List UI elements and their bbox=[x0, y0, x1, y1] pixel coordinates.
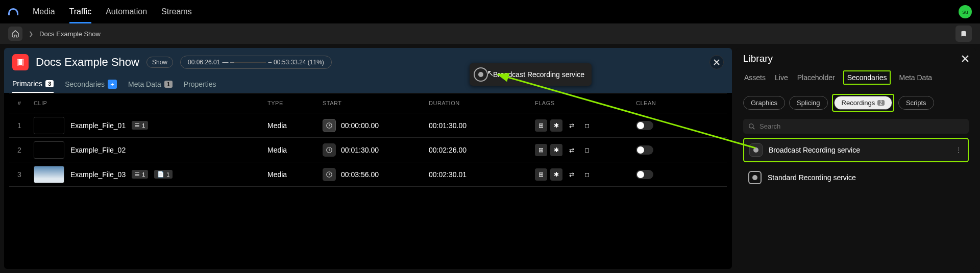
repeat-icon[interactable]: ⇄ bbox=[566, 168, 578, 181]
clip-badge[interactable]: ☰1 bbox=[132, 170, 148, 179]
lib-tab-secondaries[interactable]: Secondaries bbox=[843, 70, 891, 85]
clip-cell: Example_File_03☰1📄1 bbox=[34, 166, 263, 183]
nav-automation[interactable]: Automation bbox=[106, 1, 147, 22]
clock-icon bbox=[326, 146, 333, 154]
duration-cell: 00:02:30.01 bbox=[429, 170, 531, 179]
repeat-icon[interactable]: ⇄ bbox=[566, 119, 578, 132]
close-icon bbox=[714, 59, 720, 65]
lib-item-broadcast-recording[interactable]: Broadcast Recording service ⋮ bbox=[743, 138, 969, 162]
snowflake-icon[interactable]: ✱ bbox=[550, 144, 562, 156]
lib-tab-metadata[interactable]: Meta Data bbox=[898, 71, 933, 84]
search-input[interactable] bbox=[760, 122, 964, 130]
stop-icon[interactable]: ◻ bbox=[581, 119, 593, 132]
clock-button[interactable] bbox=[323, 143, 336, 157]
col-start: START bbox=[323, 100, 425, 106]
clean-cell bbox=[636, 145, 697, 155]
tab-secondaries[interactable]: Secondaries + bbox=[65, 76, 117, 93]
start-time: 00:03:56.00 bbox=[341, 170, 379, 179]
pill-recordings-highlight: Recordings 2 bbox=[832, 94, 894, 112]
add-secondary-button[interactable]: + bbox=[108, 80, 117, 89]
film-icon bbox=[16, 58, 25, 67]
lib-item-label: Standard Recording service bbox=[768, 173, 856, 182]
pill-splicing[interactable]: Splicing bbox=[789, 96, 828, 110]
clip-badge[interactable]: ☰1 bbox=[132, 121, 148, 130]
nav-media[interactable]: Media bbox=[33, 1, 55, 22]
time-end: 00:53:33.24 (11%) bbox=[274, 59, 324, 66]
clock-icon bbox=[326, 122, 333, 129]
clip-thumbnail[interactable] bbox=[34, 141, 64, 159]
close-library-button[interactable] bbox=[962, 55, 969, 62]
close-editor-button[interactable] bbox=[709, 55, 724, 69]
clip-badge[interactable]: 📄1 bbox=[154, 170, 173, 179]
stop-icon[interactable]: ◻ bbox=[581, 168, 593, 181]
clock-icon bbox=[326, 171, 333, 178]
lib-item-standard-recording[interactable]: Standard Recording service bbox=[743, 166, 969, 189]
pill-graphics[interactable]: Graphics bbox=[743, 96, 785, 110]
top-nav: Media Traffic Automation Streams su bbox=[0, 0, 980, 23]
lib-tab-assets[interactable]: Assets bbox=[743, 71, 767, 84]
clean-cell bbox=[636, 170, 697, 179]
flags-cell: ⊞✱⇄◻ bbox=[535, 144, 632, 156]
pill-badge: 2 bbox=[877, 100, 885, 106]
clean-toggle[interactable] bbox=[636, 121, 653, 130]
clean-cell bbox=[636, 121, 697, 130]
clip-thumbnail[interactable] bbox=[34, 117, 64, 134]
lib-tab-live[interactable]: Live bbox=[774, 71, 789, 84]
library-panel: Library Assets Live Placeholder Secondar… bbox=[736, 48, 976, 269]
app-logo[interactable] bbox=[8, 8, 18, 15]
repeat-icon[interactable]: ⇄ bbox=[566, 144, 578, 156]
pill-recordings[interactable]: Recordings 2 bbox=[834, 96, 892, 110]
tab-badge: 3 bbox=[45, 80, 54, 87]
clip-name: Example_File_01 bbox=[70, 121, 126, 130]
clean-toggle[interactable] bbox=[636, 170, 653, 179]
row-num: 2 bbox=[9, 146, 30, 154]
table-row[interactable]: 3Example_File_03☰1📄1Media00:03:56.0000:0… bbox=[9, 162, 727, 187]
user-avatar[interactable]: su bbox=[959, 5, 972, 18]
start-cell: 00:01:30.00 bbox=[323, 143, 425, 157]
lib-tab-placeholder[interactable]: Placeholder bbox=[796, 71, 836, 84]
transition-icon[interactable]: ⊞ bbox=[535, 168, 547, 181]
type-cell: Media bbox=[267, 121, 318, 130]
library-title: Library bbox=[743, 53, 773, 64]
editor-title: Docs Example Show bbox=[36, 56, 139, 69]
tab-properties[interactable]: Properties bbox=[184, 76, 216, 92]
drag-handle-icon[interactable]: ⋮ bbox=[955, 146, 963, 154]
clean-toggle[interactable] bbox=[636, 145, 653, 155]
start-time: 00:00:00.00 bbox=[341, 121, 379, 130]
type-cell: Media bbox=[267, 146, 318, 154]
table-row[interactable]: 1Example_File_01☰1Media00:00:00.0000:01:… bbox=[9, 113, 727, 138]
clock-button[interactable] bbox=[323, 119, 336, 132]
breadcrumb-item[interactable]: Docs Example Show bbox=[39, 30, 101, 38]
svg-rect-1 bbox=[17, 59, 18, 65]
col-num: # bbox=[9, 100, 30, 106]
library-search[interactable] bbox=[743, 119, 969, 134]
stop-icon[interactable]: ◻ bbox=[581, 144, 593, 156]
type-cell: Media bbox=[267, 170, 318, 179]
page-icon: 📄 bbox=[157, 171, 164, 178]
snowflake-icon[interactable]: ✱ bbox=[550, 168, 562, 181]
time-range[interactable]: 00:06:26.01 — – 00:53:33.24 (11%) bbox=[180, 56, 332, 69]
tab-primaries[interactable]: Primaries 3 bbox=[12, 76, 54, 93]
show-pill[interactable]: Show bbox=[146, 57, 173, 68]
home-button[interactable] bbox=[8, 27, 22, 41]
nav-traffic[interactable]: Traffic bbox=[69, 1, 92, 22]
editor-panel: Docs Example Show Show 00:06:26.01 — – 0… bbox=[4, 48, 732, 269]
library-toggle-button[interactable] bbox=[955, 26, 972, 42]
tab-badge: 1 bbox=[164, 81, 173, 88]
transition-icon[interactable]: ⊞ bbox=[535, 144, 547, 156]
clip-thumbnail[interactable] bbox=[34, 166, 64, 183]
table-row[interactable]: 2Example_File_02Media00:01:30.0000:02:26… bbox=[9, 138, 727, 162]
col-flags: FLAGS bbox=[535, 100, 632, 106]
cursor-icon: ↖ bbox=[487, 68, 494, 78]
nav-streams[interactable]: Streams bbox=[161, 1, 192, 22]
list-icon: ☰ bbox=[135, 171, 140, 178]
close-icon bbox=[962, 55, 969, 62]
clock-button[interactable] bbox=[323, 168, 336, 181]
lib-item-label: Broadcast Recording service bbox=[769, 146, 860, 154]
transition-icon[interactable]: ⊞ bbox=[535, 119, 547, 132]
clip-name: Example_File_03 bbox=[70, 170, 126, 179]
snowflake-icon[interactable]: ✱ bbox=[550, 119, 562, 132]
row-num: 1 bbox=[9, 121, 30, 130]
pill-scripts[interactable]: Scripts bbox=[898, 96, 934, 110]
tab-metadata[interactable]: Meta Data 1 bbox=[128, 76, 173, 92]
